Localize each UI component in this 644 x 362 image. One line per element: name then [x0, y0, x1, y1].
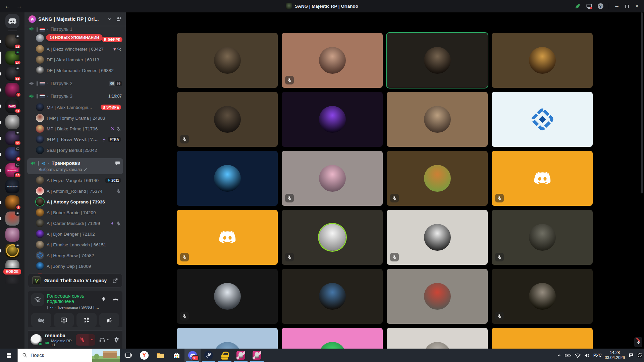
plugin-leaf-icon[interactable]	[572, 1, 583, 11]
voice-user-row[interactable]: A | Carter Mescudi | 71299	[27, 218, 123, 229]
server-icon[interactable]: 1	[0, 194, 24, 210]
voice-user-row[interactable]: MP | Blake Prime | 71796	[27, 123, 123, 134]
voice-user-row[interactable]: A | Bober Barbie | 74209	[27, 207, 123, 218]
user-info[interactable]: renamba Majestic RP +1	[45, 333, 76, 347]
voice-user-row[interactable]: DF | Alex Hamster | 60113	[27, 54, 123, 65]
back-arrow-icon[interactable]: ←	[5, 3, 10, 10]
participant-tile[interactable]	[387, 33, 488, 88]
camera-button[interactable]	[31, 313, 51, 327]
clock[interactable]: 14:28 03.04.2026	[605, 350, 625, 360]
server-icon[interactable]: 14	[0, 50, 24, 66]
chat-icon[interactable]	[115, 161, 120, 166]
participant-tile[interactable]	[492, 269, 593, 324]
connection-signal-icon[interactable]	[31, 293, 44, 306]
participant-tile[interactable]	[282, 328, 383, 349]
settings-gear-icon[interactable]	[113, 337, 120, 343]
scrollbar[interactable]	[641, 12, 643, 193]
tray-expand-icon[interactable]	[557, 353, 561, 358]
help-icon[interactable]: ?	[595, 1, 606, 11]
participant-tile[interactable]	[282, 92, 383, 147]
voice-channel-selected[interactable]: · Тренировки Выбрать статус канала	[27, 158, 123, 174]
close-button[interactable]: ×	[632, 1, 642, 11]
activities-button[interactable]	[76, 313, 97, 327]
server-header[interactable]: SANG | Majestic RP | Orl...	[24, 12, 126, 26]
minimize-button[interactable]: –	[612, 1, 622, 11]
discord-taskbar-icon[interactable]: 9+	[184, 349, 201, 362]
stream-monitor-icon[interactable]	[583, 1, 595, 11]
mic-indicator-overlay[interactable]	[634, 337, 642, 347]
participant-tile[interactable]	[282, 269, 383, 324]
volume-icon[interactable]	[584, 352, 590, 359]
participant-tile[interactable]	[177, 210, 278, 265]
server-icon[interactable]: НОВОЕ	[0, 259, 24, 275]
participant-tile[interactable]	[492, 92, 593, 147]
participant-tile[interactable]	[282, 33, 383, 88]
disconnect-call-icon[interactable]	[112, 296, 119, 302]
server-icon[interactable]	[0, 227, 24, 243]
wifi-icon[interactable]	[575, 352, 581, 359]
steam-taskbar-icon[interactable]	[201, 349, 217, 362]
language-indicator[interactable]: РУС	[593, 353, 602, 358]
server-icon[interactable]: 8	[0, 146, 24, 162]
voice-user-row[interactable]: A | Antony Soprano | 73936	[27, 196, 123, 207]
participant-tile[interactable]	[282, 151, 383, 206]
server-icon[interactable]: Nightmare	[0, 178, 24, 194]
voice-channel-row[interactable]: · Патруль 1	[27, 27, 123, 32]
lock-app-icon[interactable]	[217, 349, 233, 362]
server-icon[interactable]: Majestic 16	[0, 162, 24, 178]
noise-bars-icon[interactable]	[101, 296, 107, 302]
screenshare-button[interactable]	[54, 313, 74, 327]
participant-tile[interactable]	[387, 210, 488, 265]
server-icon[interactable]: 7	[0, 82, 24, 98]
voice-user-row[interactable]: 14 НОВЫХ УПОМИНАНИЙ В ЭФИРЕ	[27, 33, 123, 44]
discord-home-button[interactable]	[5, 14, 19, 28]
voice-user-row[interactable]: MP | Faza West |71969 FTRA	[27, 134, 123, 145]
task-view-button[interactable]	[120, 349, 136, 362]
server-icon[interactable]	[0, 243, 24, 259]
maximize-button[interactable]	[622, 1, 632, 11]
soundboard-button[interactable]	[99, 313, 119, 327]
voice-user-row[interactable]: A | Henry Show | 74582	[27, 250, 123, 261]
participant-tile[interactable]	[492, 151, 593, 206]
server-icon[interactable]: 36	[0, 130, 24, 146]
popout-icon[interactable]	[112, 278, 118, 284]
pinned-app-icon[interactable]	[233, 349, 249, 362]
new-mentions-badge[interactable]: 14 НОВЫХ УПОМИНАНИЙ	[46, 34, 103, 41]
participant-tile[interactable]	[387, 328, 488, 349]
mic-mute-button[interactable]	[76, 334, 95, 346]
voice-location[interactable]: · Тренировки / SANG | Majestic ...	[47, 305, 101, 309]
participant-tile[interactable]	[492, 328, 593, 349]
search-box[interactable]: Поиск	[17, 349, 120, 362]
pinned-app-icon[interactable]	[249, 349, 265, 362]
battery-icon[interactable]	[565, 352, 572, 359]
server-icon[interactable]	[0, 210, 24, 227]
participant-tile[interactable]	[387, 92, 488, 147]
participant-tile[interactable]	[177, 33, 278, 88]
voice-user-row[interactable]: A I Eqzo_Vangola I 66140 2011	[27, 175, 123, 186]
start-button[interactable]	[0, 349, 17, 362]
participant-tile[interactable]	[492, 210, 593, 265]
server-icon[interactable]	[0, 114, 24, 130]
server-icon[interactable]: FAMQ 11	[0, 98, 24, 114]
server-icon[interactable]: 58	[0, 66, 24, 82]
voice-user-row[interactable]: A | Djon Denger | 72102	[27, 229, 123, 239]
voice-user-row[interactable]: DF | Melomandiz Devries | 66882	[27, 65, 123, 76]
voice-user-row[interactable]: Seal |Tony Berkut |25042	[27, 145, 123, 156]
participant-tile[interactable]	[177, 92, 278, 147]
microsoft-store-icon[interactable]	[168, 349, 184, 362]
invite-people-icon[interactable]	[116, 16, 122, 22]
forward-arrow-icon[interactable]: →	[16, 3, 22, 10]
avatar[interactable]	[31, 334, 42, 346]
server-icon[interactable]	[0, 275, 24, 284]
voice-user-row[interactable]: A | Dezz Winchester | 63427 ♥ 9ς	[27, 44, 123, 54]
participant-tile[interactable]	[387, 151, 488, 206]
yandex-browser-icon[interactable]: Y	[136, 349, 152, 362]
overlay-app-icon[interactable]	[636, 352, 643, 359]
participant-tile[interactable]	[492, 33, 593, 88]
voice-user-row[interactable]: A | Jonny Dep | 19009	[27, 261, 123, 272]
participant-tile[interactable]	[387, 269, 488, 324]
voice-user-row[interactable]: MP | Alex Lamborgin... В ЭФИРЕ	[27, 102, 123, 113]
action-center-icon[interactable]	[628, 352, 634, 359]
voice-channel-row[interactable]: · Патруль 3 1:19:07	[27, 91, 123, 101]
participant-tile[interactable]	[177, 328, 278, 349]
